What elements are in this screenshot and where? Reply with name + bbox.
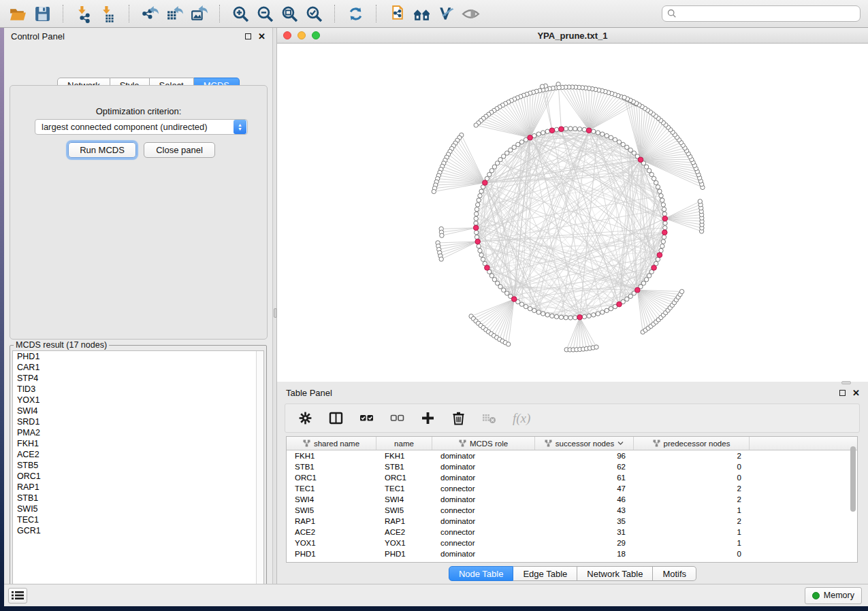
- zoom-in-button[interactable]: [228, 3, 253, 24]
- add-column-button[interactable]: [421, 411, 435, 425]
- mcds-node-item[interactable]: CAR1: [13, 362, 263, 373]
- table-row[interactable]: PHD1PHD1dominator180: [287, 548, 857, 559]
- node-table[interactable]: shared namenameMCDS rolesuccessor nodesp…: [286, 436, 858, 563]
- zoom-selected-button[interactable]: [302, 3, 326, 24]
- mcds-node-item[interactable]: STB1: [13, 493, 263, 503]
- table-panel-title: Table Panel: [286, 388, 332, 398]
- mcds-node-item[interactable]: SWI5: [13, 503, 263, 514]
- table-cell: RAP1: [376, 517, 432, 525]
- table-cell: 0: [634, 550, 750, 558]
- mcds-node-item[interactable]: SWI4: [13, 406, 263, 416]
- show-columns-button[interactable]: [329, 411, 343, 425]
- table-row[interactable]: ACE2ACE2connector311: [287, 527, 857, 538]
- table-row[interactable]: YOX1YOX1connector291: [287, 538, 857, 548]
- mcds-node-item[interactable]: TEC1: [13, 514, 263, 525]
- add-column-icon: [421, 411, 435, 425]
- table-cell: YOX1: [376, 539, 432, 547]
- delete-table-icon: [482, 411, 496, 425]
- close-panel-button[interactable]: Close panel: [144, 142, 215, 158]
- main-toolbar: [0, 0, 868, 28]
- optimization-criterion-label: Optimization criterion:: [10, 106, 267, 116]
- column-header-shared-name[interactable]: shared name: [287, 437, 376, 450]
- vizmap-button[interactable]: [434, 3, 458, 24]
- search-input[interactable]: [662, 5, 861, 22]
- table-row[interactable]: ORC1ORC1dominator610: [287, 472, 857, 483]
- close-panel-icon[interactable]: ✕: [258, 33, 266, 39]
- save-session-icon: [33, 5, 52, 23]
- import-network-button[interactable]: [71, 3, 96, 24]
- tab-node-table[interactable]: Node Table: [449, 566, 514, 581]
- table-row[interactable]: TEC1TEC1connector472: [287, 483, 857, 494]
- mcds-node-item[interactable]: YOX1: [13, 395, 263, 406]
- show-hide-graphics-button[interactable]: [458, 3, 483, 24]
- deselect-all-button[interactable]: [390, 411, 404, 425]
- mcds-list-scrollbar[interactable]: [256, 351, 263, 594]
- table-cell: YOX1: [287, 539, 376, 547]
- column-header-predecessor-nodes[interactable]: predecessor nodes: [634, 437, 750, 450]
- optimization-criterion-select[interactable]: largest connected component (undirected)…: [35, 119, 248, 135]
- mcds-node-item[interactable]: ACE2: [13, 449, 263, 460]
- table-row[interactable]: FKH1FKH1dominator962: [287, 450, 857, 461]
- zoom-out-button[interactable]: [253, 3, 277, 24]
- memory-button[interactable]: Memory: [805, 587, 862, 604]
- select-all-button[interactable]: [359, 411, 374, 425]
- table-cell: 18: [535, 550, 634, 558]
- import-table-button[interactable]: [96, 3, 120, 24]
- show-hide-graphics-icon: [462, 5, 480, 23]
- export-table-button[interactable]: [162, 3, 187, 24]
- mcds-node-item[interactable]: STP4: [13, 373, 263, 384]
- import-network-icon: [75, 5, 93, 23]
- mcds-node-item[interactable]: PMA2: [13, 427, 263, 438]
- table-toolbar: f(x): [285, 403, 860, 433]
- zoom-fit-button[interactable]: [277, 3, 302, 24]
- mcds-node-item[interactable]: TID3: [13, 384, 263, 395]
- mcds-node-item[interactable]: GCR1: [13, 525, 263, 536]
- column-header-name[interactable]: name: [376, 437, 432, 450]
- table-settings-button[interactable]: [298, 411, 312, 425]
- table-row[interactable]: STB1STB1dominator620: [287, 461, 857, 472]
- refresh-layout-button[interactable]: [343, 3, 368, 24]
- run-mcds-button[interactable]: Run MCDS: [68, 142, 136, 158]
- column-header-successor-nodes[interactable]: successor nodes: [535, 437, 634, 450]
- mcds-node-item[interactable]: STB5: [13, 460, 263, 471]
- close-table-panel-icon[interactable]: ✕: [852, 390, 860, 396]
- export-network-button[interactable]: [138, 3, 162, 24]
- first-neighbors-button[interactable]: [409, 3, 434, 24]
- save-session-button[interactable]: [30, 3, 54, 24]
- export-image-button[interactable]: [187, 3, 211, 24]
- mcds-node-item[interactable]: RAP1: [13, 482, 263, 493]
- float-table-panel-icon[interactable]: [839, 390, 846, 396]
- table-cell: ACE2: [376, 528, 432, 536]
- open-session-button[interactable]: [5, 3, 30, 24]
- new-network-from-selection-button[interactable]: [385, 3, 409, 24]
- tab-network-table[interactable]: Network Table: [577, 566, 653, 581]
- table-cell: FKH1: [376, 452, 432, 460]
- network-graph[interactable]: [277, 44, 868, 382]
- column-header-MCDS-role[interactable]: MCDS role: [432, 437, 535, 450]
- table-cell: 1: [634, 506, 750, 514]
- mcds-result-list[interactable]: PHD1CAR1STP4TID3YOX1SWI4SRD1PMA2FKH1ACE2…: [12, 350, 264, 595]
- tab-motifs[interactable]: Motifs: [653, 566, 696, 581]
- float-panel-icon[interactable]: [245, 33, 251, 39]
- tab-edge-table[interactable]: Edge Table: [513, 566, 577, 581]
- table-row[interactable]: SWI4SWI4dominator462: [287, 494, 857, 505]
- mcds-node-item[interactable]: FKH1: [13, 438, 263, 449]
- panel-selector-button[interactable]: [8, 588, 27, 604]
- mcds-node-item[interactable]: PHD1: [13, 351, 263, 362]
- import-table-icon: [99, 5, 118, 23]
- select-stepper-icon[interactable]: ▲▼: [234, 120, 246, 134]
- table-cell: 46: [535, 495, 634, 503]
- network-canvas[interactable]: [277, 44, 868, 382]
- network-window-titlebar[interactable]: YPA_prune.txt_1: [277, 28, 868, 44]
- delete-column-button[interactable]: [451, 411, 466, 425]
- mcds-node-item[interactable]: SRD1: [13, 416, 263, 427]
- table-row[interactable]: SWI5SWI5connector431: [287, 505, 857, 516]
- node-table-scrollbar[interactable]: [850, 446, 856, 512]
- table-cell: connector: [432, 528, 535, 536]
- table-cell: TEC1: [376, 484, 432, 493]
- mcds-node-item[interactable]: ORC1: [13, 471, 263, 482]
- delete-column-icon: [451, 411, 466, 425]
- table-cell: dominator: [432, 452, 535, 460]
- first-neighbors-icon: [413, 5, 431, 23]
- table-row[interactable]: RAP1RAP1dominator352: [287, 516, 857, 527]
